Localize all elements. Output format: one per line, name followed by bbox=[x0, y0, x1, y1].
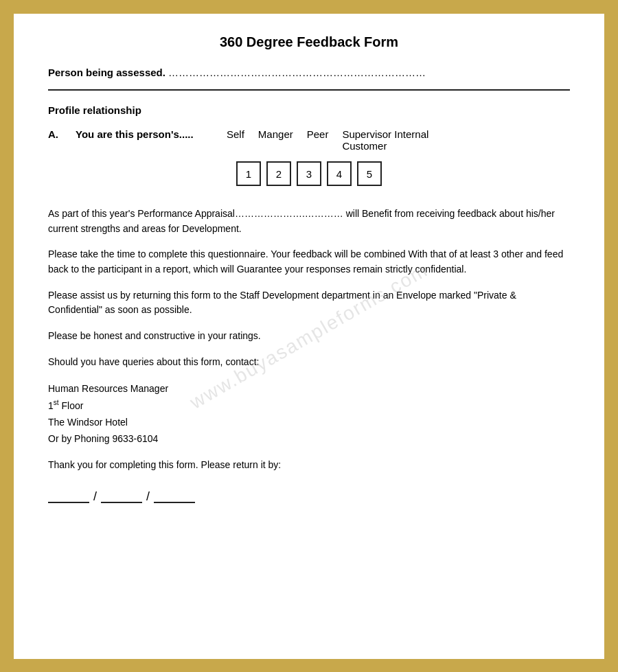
question-letter-a: A. bbox=[48, 128, 69, 140]
question-row-a: A. You are this person's..... Self Mange… bbox=[48, 128, 570, 152]
date-month[interactable] bbox=[101, 490, 142, 503]
floor-label: Floor bbox=[59, 400, 84, 411]
contact-phone: Or by Phoning 9633-6104 bbox=[48, 431, 570, 448]
thank-you-text: Thank you for completing this form. Plea… bbox=[48, 458, 570, 473]
contact-hotel: The Windsor Hotel bbox=[48, 415, 570, 431]
form-title: 360 Degree Feedback Form bbox=[48, 34, 570, 50]
checkbox-5[interactable]: 5 bbox=[357, 161, 382, 186]
paragraph-5: Should you have queries about this form,… bbox=[48, 355, 570, 370]
checkbox-1[interactable]: 1 bbox=[236, 161, 261, 186]
question-text-a: You are this person's..... bbox=[76, 128, 213, 140]
option-supervisor-line1: Supervisor Internal bbox=[342, 128, 428, 140]
checkbox-3[interactable]: 3 bbox=[297, 161, 321, 186]
options-row: Self Manger Peer Supervisor Internal Cus… bbox=[227, 128, 428, 152]
date-line: / / bbox=[48, 489, 570, 504]
floor-number: 1 bbox=[48, 400, 54, 411]
paragraph-1: As part of this year's Performance Appra… bbox=[48, 207, 570, 236]
checkbox-row: 1 2 3 4 5 bbox=[48, 161, 570, 186]
contact-floor: 1st Floor bbox=[48, 397, 570, 414]
date-sep-1: / bbox=[93, 489, 97, 504]
paragraph-4: Please be honest and constructive in you… bbox=[48, 329, 570, 344]
option-manger[interactable]: Manger bbox=[258, 128, 293, 140]
option-self[interactable]: Self bbox=[227, 128, 244, 140]
option-peer[interactable]: Peer bbox=[307, 128, 329, 140]
checkbox-2[interactable]: 2 bbox=[266, 161, 291, 186]
person-assessed-dots: ………………………………………………………………… bbox=[165, 67, 426, 78]
option-supervisor-block[interactable]: Supervisor Internal Customer bbox=[342, 128, 428, 152]
date-year[interactable] bbox=[154, 490, 195, 503]
person-assessed: Person being assessed. ……………………………………………… bbox=[48, 67, 570, 78]
divider bbox=[48, 89, 570, 91]
contact-title: Human Resources Manager bbox=[48, 381, 570, 397]
date-sep-2: / bbox=[146, 489, 150, 504]
contact-block: Human Resources Manager 1st Floor The Wi… bbox=[48, 381, 570, 448]
date-day[interactable] bbox=[48, 490, 89, 503]
paragraph-3: Please assist us by returning this form … bbox=[48, 288, 570, 318]
floor-suffix: st bbox=[54, 399, 59, 406]
page-container: www.buyasampleforms.com 360 Degree Feedb… bbox=[14, 14, 604, 659]
checkbox-4[interactable]: 4 bbox=[327, 161, 352, 186]
person-assessed-label: Person being assessed. bbox=[48, 67, 165, 78]
paragraph-2: Please take the time to complete this qu… bbox=[48, 247, 570, 277]
option-supervisor-line2: Customer bbox=[342, 140, 387, 152]
profile-relationship-heading: Profile relationship bbox=[48, 104, 570, 116]
